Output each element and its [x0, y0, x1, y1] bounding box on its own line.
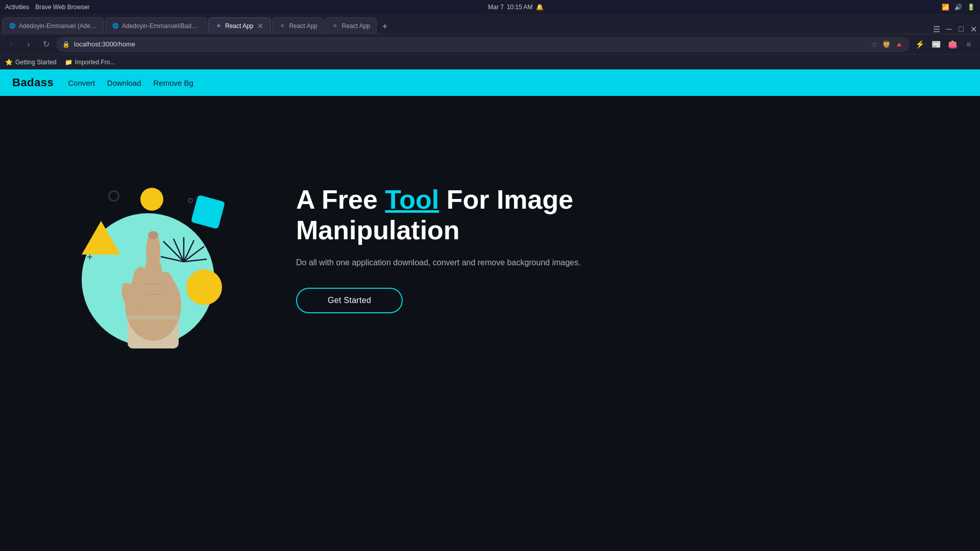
svg-point-14	[148, 231, 158, 239]
tab-1[interactable]: 🌐 Adedoyin-Emmanuel (Adedo...	[2, 17, 104, 34]
tab-5[interactable]: ⚛ React App	[325, 17, 377, 34]
tab3-favicon: ⚛	[215, 22, 222, 30]
tab5-label: React App	[342, 22, 370, 30]
tab3-close-button[interactable]: ✕	[256, 22, 264, 30]
extensions-button[interactable]: ⚡	[913, 37, 927, 52]
hero-content: A Free Tool For Image Manipulation Do al…	[296, 185, 653, 313]
bookmark1-favicon: ⭐	[5, 59, 13, 66]
website: Badass Convert Download Remove Bg +	[0, 69, 980, 402]
nav-link-removebg[interactable]: Remove Bg	[154, 79, 193, 87]
brave-shield-icon[interactable]: 🦁	[882, 40, 891, 48]
tab-bar: 🌐 Adedoyin-Emmanuel (Adedo... 🌐 Adedoyin…	[0, 14, 980, 34]
svg-point-11	[158, 272, 174, 303]
navigation-bar: ‹ › ↻ 🔒 localhost:3000/home ☆ 🦁 🔺 ⚡ 📰 👛 …	[0, 34, 980, 54]
browser-actions: ⚡ 📰 👛 ≡	[913, 37, 976, 52]
hero-title-highlight: Tool	[385, 185, 439, 214]
url-text: localhost:3000/home	[74, 40, 867, 48]
tab3-label: React App	[225, 22, 253, 30]
close-button[interactable]: ✕	[969, 24, 978, 34]
tab-4[interactable]: ⚛ React App	[272, 17, 324, 34]
browser-name-label: Brave Web Browser	[35, 4, 89, 11]
hero-section: +	[0, 96, 980, 402]
wifi-icon: 📶	[942, 4, 949, 11]
bookmark1-label: Getting Started	[15, 59, 57, 66]
address-bar[interactable]: 🔒 localhost:3000/home ☆ 🦁 🔺	[56, 37, 910, 52]
date-label: Mar 7	[488, 4, 504, 11]
tab4-label: React App	[289, 22, 317, 30]
back-button[interactable]: ‹	[4, 37, 18, 52]
tab-2[interactable]: 🌐 Adedoyin-Emmanuel/Badass...	[105, 17, 207, 34]
brave-rewards-icon[interactable]: 🔺	[895, 40, 903, 48]
bookmark-imported[interactable]: 📁 Imported Fro...	[65, 59, 115, 66]
site-nav-links: Convert Download Remove Bg	[68, 79, 193, 87]
tab2-label: Adedoyin-Emmanuel/Badass...	[122, 22, 201, 30]
tab1-favicon: 🌐	[9, 22, 16, 30]
tab2-favicon: 🌐	[112, 22, 119, 30]
wallet-button[interactable]: 👛	[945, 37, 960, 52]
get-started-button[interactable]: Get Started	[296, 288, 403, 313]
svg-rect-15	[128, 315, 179, 319]
site-navbar: Badass Convert Download Remove Bg	[0, 69, 980, 96]
minimize-button[interactable]: ─	[944, 24, 953, 34]
bookmark2-label: Imported Fro...	[75, 59, 115, 66]
lock-icon: 🔒	[62, 41, 70, 48]
browser-chrome: 🌐 Adedoyin-Emmanuel (Adedo... 🌐 Adedoyin…	[0, 14, 980, 69]
time-label: 10:15 AM	[507, 4, 533, 11]
tab4-favicon: ⚛	[279, 22, 286, 30]
bookmark2-favicon: 📁	[65, 59, 72, 66]
window-menu-button[interactable]: ☰	[932, 24, 941, 34]
hero-title: A Free Tool For Image Manipulation	[296, 185, 653, 246]
hero-illustration: +	[51, 142, 265, 356]
brave-news-button[interactable]: 📰	[929, 37, 943, 52]
os-bar: Activities Brave Web Browser Mar 7 10:15…	[0, 0, 980, 14]
tab1-label: Adedoyin-Emmanuel (Adedo...	[19, 22, 97, 30]
reload-button[interactable]: ↻	[39, 37, 53, 52]
bookmark-getting-started[interactable]: ⭐ Getting Started	[5, 59, 57, 66]
nav-link-convert[interactable]: Convert	[68, 79, 95, 87]
dot-outline-shape	[188, 198, 193, 203]
site-brand[interactable]: Badass	[12, 76, 54, 89]
bell-icon[interactable]: 🔔	[536, 4, 544, 11]
cyan-rect-shape	[191, 195, 225, 229]
hero-title-part1: A Free	[296, 185, 385, 214]
activities-label[interactable]: Activities	[5, 4, 29, 11]
nav-link-download[interactable]: Download	[107, 79, 141, 87]
tab5-favicon: ⚛	[332, 22, 339, 30]
window-controls: ☰ ─ □ ✕	[932, 24, 978, 34]
hero-subtitle: Do all with one application download, co…	[296, 256, 653, 269]
circle-outline-shape	[108, 190, 119, 202]
bookmarks-bar: ⭐ Getting Started 📁 Imported Fro...	[0, 54, 980, 69]
new-tab-button[interactable]: +	[378, 19, 392, 34]
menu-button[interactable]: ≡	[962, 37, 976, 52]
hand-illustration	[112, 206, 194, 348]
crosshair-symbol: +	[87, 252, 93, 263]
bookmark-icon[interactable]: ☆	[871, 40, 878, 48]
volume-icon: 🔊	[954, 4, 962, 11]
maximize-button[interactable]: □	[957, 24, 966, 34]
tab-3[interactable]: ⚛ React App ✕	[208, 17, 271, 34]
battery-icon: 🔋	[967, 4, 975, 11]
forward-button[interactable]: ›	[21, 37, 36, 52]
